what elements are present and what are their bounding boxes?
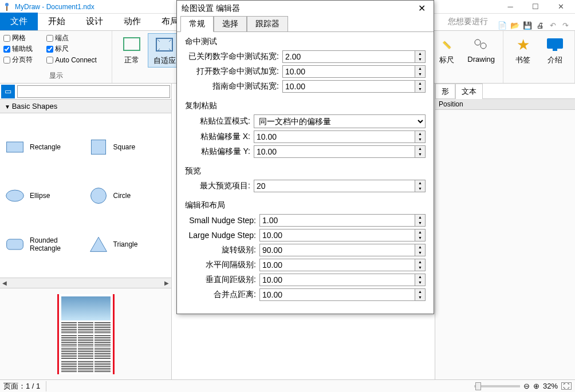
drawing-button[interactable]: Drawing	[463, 33, 499, 65]
scroll-right-icon[interactable]: ▶	[162, 280, 171, 286]
svg-rect-1	[6, 6, 7, 11]
tab-text[interactable]: 文本	[455, 84, 483, 99]
shape-circle[interactable]: Circle	[88, 173, 167, 217]
close-button[interactable]: ✕	[549, 0, 573, 14]
open-hit-input[interactable]	[282, 65, 415, 78]
spinner[interactable]: ▲▼	[415, 214, 426, 227]
ruler-button[interactable]: 📏 标尺	[431, 33, 463, 66]
dlg-tab-tracker[interactable]: 跟踪器	[247, 16, 288, 32]
paste-mode-select[interactable]: 同一文档中的偏移量	[254, 114, 426, 128]
hspace-input[interactable]	[259, 259, 415, 271]
rp-content: Position	[435, 99, 575, 379]
print-icon[interactable]: 🖨	[535, 20, 545, 30]
check-ruler[interactable]: 标尺	[46, 44, 108, 54]
svg-point-10	[6, 190, 24, 201]
svg-rect-8	[7, 142, 23, 152]
spinner[interactable]: ▲▼	[415, 229, 426, 241]
spinner[interactable]: ▲▼	[415, 274, 426, 286]
svg-point-0	[5, 3, 9, 6]
zoom-in-icon[interactable]: ⊕	[533, 382, 539, 390]
svg-point-11	[90, 188, 106, 203]
menu-file[interactable]: 文件	[0, 13, 38, 30]
offset-y-input[interactable]	[254, 145, 415, 158]
menu-start[interactable]: 开始	[38, 13, 76, 30]
section-hit-test: 命中测试	[185, 37, 426, 47]
dlg-tab-select[interactable]: 选择	[214, 16, 247, 32]
svg-rect-3	[156, 38, 172, 51]
check-autoconnect[interactable]: Auto Connect	[46, 55, 108, 65]
fit-screen-icon[interactable]: ⛶	[561, 382, 572, 390]
menu-design[interactable]: 设计	[76, 13, 113, 30]
right-panel: 形 文本 Position	[435, 84, 575, 379]
minimize-button[interactable]: ─	[498, 0, 522, 14]
vspace-label: 垂直间距级别:	[185, 275, 259, 285]
check-guide[interactable]: 辅助线	[3, 44, 44, 54]
merge-label: 合并点距离:	[185, 290, 259, 300]
menu-action[interactable]: 动作	[113, 13, 151, 30]
check-grid[interactable]: 网格	[3, 33, 44, 43]
section-preview: 预览	[185, 166, 426, 176]
vspace-input[interactable]	[259, 274, 415, 286]
check-pagebreak[interactable]: 分页符	[3, 55, 44, 65]
text-tool-icon[interactable]: ▭	[1, 85, 15, 98]
dialog-title: 绘图设置 编辑器	[182, 3, 240, 14]
shape-triangle[interactable]: Triangle	[88, 222, 167, 266]
scroll-left-icon[interactable]: ◀	[0, 280, 9, 286]
app-icon	[2, 2, 11, 11]
tab-shape[interactable]: 形	[435, 84, 455, 99]
open-hit-label: 打开数字命中测试加宽:	[185, 66, 282, 77]
menu-wish[interactable]: 您想要进行	[443, 13, 493, 30]
max-preview-input[interactable]	[254, 180, 415, 192]
formula-bar: ▭	[0, 84, 171, 100]
shape-rounded-rect[interactable]: Rounded Rectangle	[5, 222, 84, 266]
new-doc-icon[interactable]: 📄	[497, 20, 507, 30]
offset-x-label: 粘贴偏移量 X:	[185, 132, 254, 142]
formula-input[interactable]	[17, 85, 170, 98]
spinner[interactable]: ▲▼	[415, 244, 426, 256]
small-nudge-label: Small Nudge Step:	[185, 216, 259, 225]
spinner[interactable]: ▲▼	[415, 145, 426, 158]
zoom-slider[interactable]	[474, 385, 520, 387]
shape-square[interactable]: Square	[88, 125, 167, 169]
open-icon[interactable]: 📂	[510, 20, 520, 30]
redo-icon[interactable]: ↷	[560, 20, 570, 30]
spinner[interactable]: ▲▼	[415, 65, 426, 78]
offset-x-input[interactable]	[254, 130, 415, 143]
spinner[interactable]: ▲▼	[415, 80, 426, 93]
svg-rect-6	[547, 38, 563, 49]
section-edit-layout: 编辑和布局	[185, 200, 426, 211]
dialog-close-button[interactable]: ✕	[415, 3, 429, 14]
shapes-header[interactable]: Basic Shapes	[0, 100, 171, 113]
large-nudge-input[interactable]	[259, 229, 415, 241]
spinner[interactable]: ▲▼	[415, 259, 426, 271]
spinner[interactable]: ▲▼	[415, 288, 426, 301]
closed-hit-label: 已关闭数字命中测试拓宽:	[185, 52, 282, 62]
shape-ellipse[interactable]: Ellipse	[5, 173, 84, 217]
position-header[interactable]: Position	[435, 99, 575, 110]
zoom-out-icon[interactable]: ⊖	[523, 382, 530, 390]
dialog-title-bar[interactable]: 绘图设置 编辑器 ✕	[177, 1, 434, 16]
check-endpoint[interactable]: 端点	[46, 33, 108, 43]
status-bar: 页面：1 / 1 ⊖ ⊕ 32% ⛶	[0, 379, 575, 392]
svg-rect-2	[124, 38, 140, 50]
page-thumbnail[interactable]	[57, 294, 115, 374]
save-icon[interactable]: 💾	[522, 20, 533, 30]
spinner[interactable]: ▲▼	[415, 130, 426, 143]
maximize-button[interactable]: ☐	[523, 0, 548, 14]
shapes-scrollbar[interactable]: ◀ ▶	[0, 278, 171, 288]
dlg-tab-general[interactable]: 常规	[180, 16, 214, 32]
intro-button[interactable]: 介绍	[539, 33, 571, 66]
spinner[interactable]: ▲▼	[415, 180, 426, 192]
shape-rectangle[interactable]: Rectangle	[5, 125, 84, 169]
closed-hit-input[interactable]	[282, 50, 415, 63]
spinner[interactable]: ▲▼	[415, 50, 426, 63]
small-nudge-input[interactable]	[259, 214, 415, 227]
view-normal-button[interactable]: 正常	[116, 33, 148, 66]
guide-hit-input[interactable]	[282, 80, 415, 93]
undo-icon[interactable]: ↶	[548, 20, 558, 30]
max-preview-label: 最大预览项目:	[185, 181, 254, 191]
rotate-input[interactable]	[259, 244, 415, 256]
bookmark-button[interactable]: ★ 书签	[507, 33, 539, 66]
merge-input[interactable]	[259, 288, 415, 301]
page-indicator[interactable]: 页面：1 / 1	[3, 381, 46, 391]
